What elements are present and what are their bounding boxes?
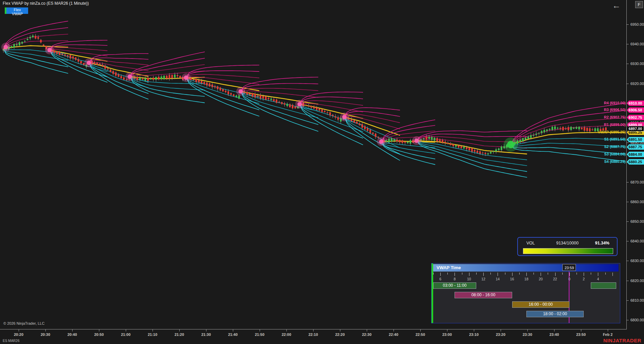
candle-down (276, 100, 277, 103)
last-price-tag: 6897.00 (627, 126, 644, 131)
time-tick (420, 329, 421, 331)
candle-down (37, 37, 39, 39)
candle-up (536, 134, 537, 135)
ruler-tick (433, 273, 434, 275)
candle-up (551, 127, 553, 130)
candle-up (236, 95, 237, 97)
time-range-bar[interactable] (591, 282, 616, 289)
candle-down (262, 96, 264, 99)
candle-down (171, 75, 173, 78)
candle-down (356, 122, 358, 124)
candle-down (565, 128, 567, 129)
pink-session-marker (47, 48, 52, 52)
candle-up (492, 151, 494, 152)
candle-down (461, 146, 462, 148)
candle-up (150, 79, 152, 80)
candle-up (11, 46, 12, 48)
vwap-time-panel[interactable]: VWAP Time 23:59 6810121416182022024 03:0… (431, 263, 620, 323)
candle-down (67, 55, 68, 57)
candle-down (94, 62, 95, 64)
ruler-tick (534, 273, 534, 275)
candle-down (399, 140, 401, 142)
candle-down (324, 111, 326, 112)
candle-up (24, 41, 26, 42)
time-axis-label: 21:10 (148, 332, 157, 337)
price-tag-r4: 6910.00 (627, 101, 644, 106)
time-tick (340, 329, 340, 331)
price-tag-s3: 6884.00 (627, 152, 644, 157)
candle-down (375, 134, 377, 137)
candle-up (490, 152, 491, 154)
candle-down (584, 127, 585, 131)
price-tick (627, 202, 629, 202)
candle-down (217, 86, 219, 89)
time-axis-label: 23:00 (442, 332, 452, 337)
time-tick (126, 329, 126, 331)
candle-down (466, 147, 467, 149)
candle-up (270, 99, 272, 100)
ruler-tick (476, 273, 477, 275)
price-axis-label: 6870.00 (630, 180, 644, 184)
candle-up (554, 127, 556, 129)
pink-session-marker (415, 138, 419, 143)
candle-up (13, 44, 15, 48)
candle-down (137, 77, 138, 80)
candle-down (581, 128, 583, 129)
candle-down (295, 106, 296, 108)
vwap-band-line (241, 84, 318, 91)
candle-down (329, 112, 331, 115)
ruler-tick (505, 273, 505, 275)
price-tick (627, 64, 629, 64)
time-axis-label: 20:40 (67, 332, 77, 337)
instrument-tab[interactable]: ES MAR26 (3, 339, 19, 343)
candle-down (254, 94, 256, 98)
candle-up (29, 37, 31, 38)
back-arrow-icon[interactable]: ← (612, 1, 621, 10)
candle-up (501, 147, 502, 150)
time-range-bar[interactable]: 18:00 - 02:00 (526, 311, 584, 317)
vwap-band-line (186, 78, 259, 110)
candle-down (110, 70, 112, 72)
time-range-bar[interactable]: 08:00 - 16:00 (455, 292, 512, 298)
candle-up (498, 149, 500, 150)
candle-down (284, 103, 285, 105)
ruler-hour-label: 8 (454, 277, 456, 281)
level-label-vwap: VWAP (6895.25) (598, 130, 626, 134)
ruler-tick (512, 273, 512, 276)
candle-down (378, 137, 379, 138)
time-range-bar[interactable]: 16:00 - 00:00 (512, 301, 569, 308)
ninjatrader-logo: NINJATRADER (603, 338, 641, 343)
f-button[interactable]: F (635, 1, 643, 8)
candle-up (530, 135, 532, 138)
time-tick (554, 329, 555, 331)
price-tick (627, 320, 629, 320)
time-tick (45, 329, 46, 331)
time-axis-label: 20:50 (94, 332, 104, 337)
candle-up (573, 128, 575, 129)
volume-progress-panel[interactable]: VOL 9134/10000 91.34% (517, 237, 618, 256)
pink-session-marker (379, 139, 384, 144)
candle-down (474, 150, 476, 152)
time-tick (367, 329, 367, 331)
candle-down (123, 78, 125, 80)
price-tick (627, 182, 629, 182)
candle-down (359, 124, 360, 125)
candle-down (485, 153, 486, 154)
time-axis-label: 21:20 (175, 332, 184, 337)
price-axis-label: 6860.00 (630, 200, 644, 204)
price-tick (627, 241, 629, 241)
candle-down (265, 96, 267, 100)
ruler-tick (462, 273, 462, 275)
price-tag-s1: 6891.50 (627, 137, 644, 142)
candle-down (319, 109, 320, 111)
candle-down (249, 93, 250, 95)
vwap-time-header: VWAP Time (433, 264, 619, 272)
candle-up (388, 138, 390, 142)
candle-down (104, 66, 106, 69)
candle-up (549, 129, 550, 130)
candle-down (482, 153, 484, 153)
candle-up (522, 138, 524, 142)
pink-session-marker (298, 102, 302, 106)
time-axis-label: 23:10 (469, 332, 479, 337)
time-range-bar[interactable]: 03:00 - 11:00 (433, 282, 476, 289)
